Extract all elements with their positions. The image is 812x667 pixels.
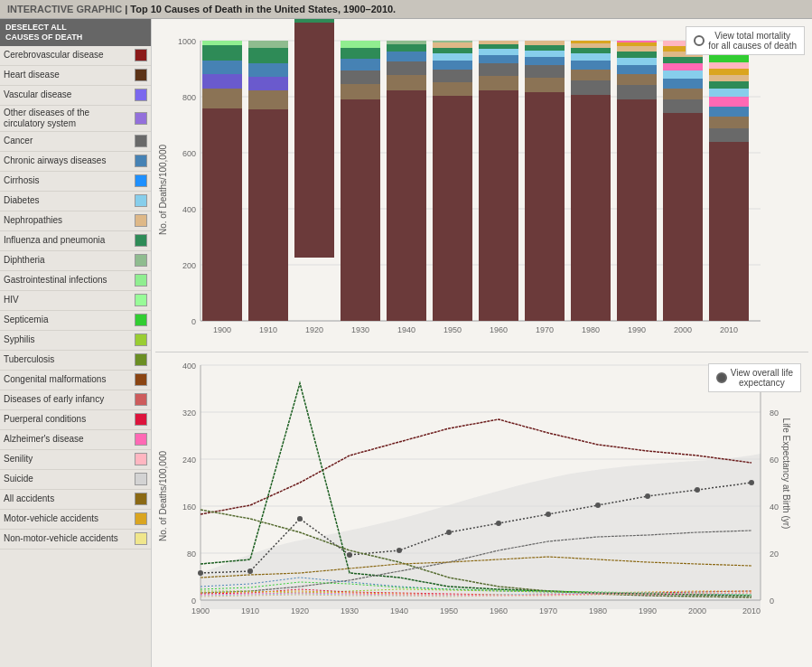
bar-1910-flu[interactable]	[248, 48, 288, 63]
sidebar-item-syphilis[interactable]: Syphilis	[0, 331, 151, 351]
bar-1960-heart[interactable]	[479, 90, 518, 321]
sidebar-item-all-accidents[interactable]: All accidents	[0, 490, 151, 510]
bar-1950-resp[interactable]	[433, 61, 472, 70]
bar-1930-cancer[interactable]	[341, 70, 380, 84]
bar-1970-neph[interactable]	[525, 41, 565, 45]
view-life-expectancy-button[interactable]: View overall lifeexpectancy	[708, 363, 801, 392]
bar-1930-heart[interactable]	[341, 99, 380, 321]
bar-1970-cancer[interactable]	[525, 65, 565, 78]
bar-1970-diab[interactable]	[525, 51, 565, 57]
bar-1990-diab[interactable]	[617, 58, 657, 65]
bar-1970-heart[interactable]	[525, 92, 565, 321]
bar-1970-flu[interactable]	[525, 45, 565, 51]
bar-1990-neph[interactable]	[617, 46, 657, 52]
bar-1990-other[interactable]	[617, 74, 657, 85]
bar-1960-flu[interactable]	[479, 44, 518, 49]
bar-1960-resp[interactable]	[479, 55, 518, 63]
bar-2000-cancer[interactable]	[663, 99, 703, 113]
bar-1950-flu[interactable]	[433, 48, 472, 53]
bar-1980-heart[interactable]	[571, 95, 611, 321]
bar-1980-other[interactable]	[571, 70, 611, 80]
sidebar-item-congenital[interactable]: Congenital malformations	[0, 371, 151, 390]
bar-2010-sep[interactable]	[709, 55, 749, 62]
bar-1980-acc[interactable]	[571, 41, 611, 43]
bar-1940-resp[interactable]	[387, 52, 426, 61]
sidebar-item-cirrhosis[interactable]: Cirrhosis	[0, 172, 151, 192]
bar-2000-diab[interactable]	[663, 70, 703, 79]
bar-1970-resp[interactable]	[525, 57, 565, 65]
bar-1990-flu[interactable]	[617, 52, 657, 58]
sidebar-item-other-circulatory[interactable]: Other diseases of the circulatory system	[0, 106, 151, 132]
sidebar-item-alzheimers[interactable]: Alzheimer's disease	[0, 430, 151, 450]
sidebar-item-diphtheria[interactable]: Diphtheria	[0, 251, 151, 271]
bar-1940-other[interactable]	[387, 75, 426, 90]
bar-1990-resp[interactable]	[617, 65, 657, 74]
bar-1900-gastro[interactable]	[202, 41, 242, 45]
bar-1970-other[interactable]	[525, 78, 565, 92]
bar-2000-alz[interactable]	[663, 63, 703, 70]
sidebar-item-diabetes[interactable]: Diabetes	[0, 192, 151, 211]
bar-1990-heart[interactable]	[617, 99, 657, 321]
bar-2010-cancer[interactable]	[709, 128, 749, 142]
bar-1980-cancer[interactable]	[571, 80, 611, 95]
bar-1910-di[interactable]	[248, 41, 288, 48]
bar-1980-neph[interactable]	[571, 43, 611, 48]
bar-1960-neph[interactable]	[479, 41, 518, 44]
view-mortality-button[interactable]: View total mortalityfor all causes of de…	[686, 26, 805, 55]
bar-1930-other[interactable]	[341, 84, 380, 99]
bar-1950-diab[interactable]	[433, 53, 472, 61]
bar-2010-resp[interactable]	[709, 107, 749, 117]
bar-1910-heart[interactable]	[248, 109, 288, 321]
bar-1900-vasc[interactable]	[202, 74, 242, 89]
sidebar-item-puerperal[interactable]: Puerperal conditions	[0, 410, 151, 430]
bar-1940-di[interactable]	[387, 41, 426, 44]
bar-1990-cancer[interactable]	[617, 85, 657, 99]
bar-2010-diab[interactable]	[709, 89, 749, 97]
bar-1910-vasc[interactable]	[248, 77, 288, 90]
sidebar-item-senility[interactable]: Senility	[0, 450, 151, 470]
bar-1980-flu[interactable]	[571, 48, 611, 53]
sidebar-item-cancer[interactable]: Cancer	[0, 132, 151, 152]
bar-2010-neph[interactable]	[709, 75, 749, 81]
bar-1980-resp[interactable]	[571, 61, 611, 70]
bar-1920-flu[interactable]	[294, 19, 334, 23]
sidebar-item-tuberculosis[interactable]: Tuberculosis	[0, 351, 151, 371]
bar-2010-acc[interactable]	[709, 69, 749, 75]
bar-1950-cancer[interactable]	[433, 70, 472, 82]
sidebar-item-cerebrovascular[interactable]: Cerebrovascular disease	[0, 46, 151, 66]
bar-1980-diab[interactable]	[571, 53, 611, 61]
bar-1990-acc[interactable]	[617, 42, 657, 46]
bar-1940-heart[interactable]	[387, 90, 426, 321]
sidebar-item-heart[interactable]: Heart disease	[0, 66, 151, 86]
sidebar-item-early-infancy[interactable]: Diseases of early infancy	[0, 390, 151, 410]
bar-1950-di[interactable]	[433, 41, 472, 42]
sidebar-item-septicemia[interactable]: Septicemia	[0, 311, 151, 331]
bar-1930-resp[interactable]	[341, 59, 380, 70]
sidebar-item-influenza[interactable]: Influenza and pneumonia	[0, 231, 151, 251]
sidebar-item-nephropathies[interactable]: Nephropathies	[0, 211, 151, 231]
bar-1910-resp[interactable]	[248, 63, 288, 77]
bar-1900-other[interactable]	[202, 89, 242, 108]
bar-2010-sen[interactable]	[709, 62, 749, 69]
sidebar-item-motor-vehicle[interactable]: Motor-vehicle accidents	[0, 510, 151, 530]
sidebar-item-chronic-airways[interactable]: Chronic airways diseases	[0, 152, 151, 172]
bar-2010-alz[interactable]	[709, 97, 749, 107]
sidebar-item-suicide[interactable]: Suicide	[0, 470, 151, 490]
bar-1960-other[interactable]	[479, 76, 518, 90]
bar-1900-heart[interactable]	[202, 108, 242, 321]
bar-1960-diab[interactable]	[479, 49, 518, 55]
bar-1930-flu[interactable]	[341, 48, 380, 59]
bar-1900-resp[interactable]	[202, 61, 242, 74]
bar-1910-other[interactable]	[248, 90, 288, 109]
bar-2000-other[interactable]	[663, 89, 703, 99]
bar-1950-heart[interactable]	[433, 96, 472, 321]
sidebar-item-gastro[interactable]: Gastrointestinal infections	[0, 271, 151, 291]
bar-1950-neph[interactable]	[433, 42, 472, 48]
sidebar-item-hiv[interactable]: HIV	[0, 291, 151, 311]
bar-2010-flu[interactable]	[709, 81, 749, 89]
bar-1920-heart[interactable]	[294, 23, 334, 258]
bar-2000-heart[interactable]	[663, 113, 703, 321]
bar-2010-other[interactable]	[709, 117, 749, 128]
bar-1930-gastro[interactable]	[341, 41, 380, 48]
bar-1990-alz[interactable]	[617, 41, 657, 42]
